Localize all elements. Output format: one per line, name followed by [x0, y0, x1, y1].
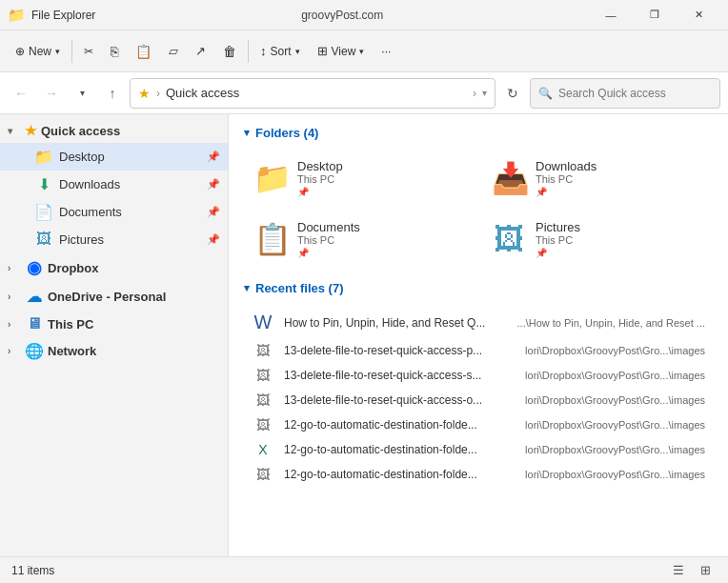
- folder-pictures-info: Pictures This PC 📌: [536, 220, 580, 258]
- file-path-6: lori\Dropbox\GroovyPost\Gro...\images: [515, 469, 705, 480]
- view-chevron-icon: ▾: [359, 47, 364, 56]
- new-label: New: [29, 45, 51, 58]
- sidebar-item-pictures[interactable]: 🖼 Pictures 📌: [0, 226, 228, 252]
- file-item-0[interactable]: W How to Pin, Unpin, Hide, and Reset Q..…: [244, 307, 713, 338]
- folder-pictures-name: Pictures: [536, 220, 580, 234]
- paste-button[interactable]: 📋: [128, 36, 159, 67]
- sidebar-item-documents[interactable]: 📄 Documents 📌: [0, 198, 228, 226]
- file-path-3: lori\Dropbox\GroovyPost\Gro...\images: [515, 394, 705, 406]
- documents-pin-icon: 📌: [207, 206, 220, 218]
- file-name-4: 12-go-to-automatic-destination-folde...: [284, 418, 505, 432]
- file-item-5[interactable]: X 12-go-to-automatic-destination-folde..…: [244, 437, 713, 462]
- recent-section-header[interactable]: ▾ Recent files (7): [244, 281, 713, 295]
- folder-desktop-sub: This PC: [297, 173, 343, 185]
- maximize-button[interactable]: ❐: [633, 0, 677, 30]
- file-name-5: 12-go-to-automatic-destination-folde...: [284, 443, 505, 456]
- delete-button[interactable]: 🗑: [215, 36, 244, 67]
- grid-view-button[interactable]: ⊞: [694, 560, 717, 581]
- file-name-0: How to Pin, Unpin, Hide, and Reset Q...: [284, 316, 505, 330]
- search-input[interactable]: [558, 87, 712, 100]
- file-name-3: 13-delete-file-to-reset-quick-access-o..…: [284, 393, 505, 407]
- network-expand-icon: ›: [8, 346, 21, 356]
- sidebar-pictures-label: Pictures: [59, 232, 104, 247]
- folder-pictures-icon: 🖼: [492, 222, 526, 257]
- files-list: W How to Pin, Unpin, Hide, and Reset Q..…: [244, 307, 713, 487]
- address-chevron-icon: ▾: [482, 88, 487, 98]
- sidebar-item-onedrive[interactable]: › ☁ OneDrive - Personal: [0, 283, 228, 311]
- sort-button[interactable]: ↕ Sort ▾: [253, 36, 308, 67]
- sidebar-dropbox-label: Dropbox: [48, 261, 98, 275]
- recent-icon: ▾: [80, 88, 85, 98]
- recent-expand-icon: ▾: [244, 282, 250, 294]
- file-item-4[interactable]: 🖼 12-go-to-automatic-destination-folde..…: [244, 412, 713, 437]
- grid-view-icon: ⊞: [700, 563, 711, 577]
- file-item-1[interactable]: 🖼 13-delete-file-to-reset-quick-access-p…: [244, 338, 713, 363]
- address-path: Quick access: [166, 86, 467, 100]
- folder-item-documents[interactable]: 📋 Documents This PC 📌: [244, 212, 475, 266]
- view-button[interactable]: ⊞ View ▾: [310, 36, 373, 67]
- file-item-2[interactable]: 🖼 13-delete-file-to-reset-quick-access-s…: [244, 363, 713, 388]
- sidebar-group-quick-access[interactable]: ▾ ★ Quick access: [0, 118, 228, 143]
- rename-icon: ▱: [169, 44, 178, 58]
- folder-item-desktop[interactable]: 📁 Desktop This PC 📌: [244, 151, 475, 205]
- file-item-3[interactable]: 🖼 13-delete-file-to-reset-quick-access-o…: [244, 388, 713, 412]
- app-name: File Explorer: [31, 9, 95, 22]
- search-box[interactable]: 🔍: [530, 78, 720, 109]
- forward-icon: →: [45, 86, 58, 101]
- folder-downloads-sub: This PC: [536, 173, 597, 185]
- back-button[interactable]: ←: [8, 80, 34, 107]
- folder-downloads-name: Downloads: [536, 159, 597, 173]
- file-name-2: 13-delete-file-to-reset-quick-access-s..…: [284, 369, 505, 382]
- downloads-pin-icon: 📌: [207, 178, 220, 191]
- up-button[interactable]: ↑: [99, 80, 126, 107]
- folder-documents-icon: 📋: [253, 221, 288, 257]
- toolbar: ⊕ New ▾ ✂ ⎘ 📋 ▱ ↗ 🗑 ↕ Sort ▾ ⊞ View ▾ ··…: [0, 30, 728, 72]
- minimize-button[interactable]: —: [589, 0, 633, 30]
- file-image-icon-2: 🖼: [252, 368, 274, 383]
- thispc-expand-icon: ›: [8, 319, 21, 330]
- refresh-button[interactable]: ↻: [499, 80, 526, 107]
- file-path-5: lori\Dropbox\GroovyPost\Gro...\images: [515, 444, 705, 455]
- sidebar-item-network[interactable]: › 🌐 Network: [0, 337, 228, 365]
- list-view-icon: ☰: [673, 563, 684, 577]
- sidebar-item-desktop[interactable]: 📁 Desktop 📌: [0, 143, 228, 171]
- list-view-button[interactable]: ☰: [667, 560, 690, 581]
- sidebar-item-thispc[interactable]: › 🖥 This PC: [0, 311, 228, 337]
- share-button[interactable]: ↗: [188, 36, 213, 67]
- rename-button[interactable]: ▱: [161, 36, 186, 67]
- file-name-1: 13-delete-file-to-reset-quick-access-p..…: [284, 344, 505, 357]
- close-button[interactable]: ✕: [677, 0, 720, 30]
- copy-button[interactable]: ⎘: [103, 36, 126, 67]
- forward-button[interactable]: →: [38, 80, 65, 107]
- recent-locations-button[interactable]: ▾: [69, 80, 95, 107]
- more-icon: ···: [381, 45, 391, 58]
- file-image-icon-3: 🖼: [252, 392, 274, 408]
- statusbar: 11 items ☰ ⊞: [0, 556, 728, 583]
- sidebar-item-dropbox[interactable]: › ◉ Dropbox: [0, 252, 228, 283]
- folder-desktop-pin-icon: 📌: [297, 187, 343, 197]
- sidebar-desktop-label: Desktop: [59, 150, 105, 164]
- cut-button[interactable]: ✂: [76, 36, 101, 67]
- address-box[interactable]: ★ › Quick access › ▾: [130, 78, 495, 109]
- sidebar: ▾ ★ Quick access 📁 Desktop 📌 ⬇ Downloads…: [0, 114, 229, 556]
- up-icon: ↑: [110, 86, 116, 101]
- paste-icon: 📋: [135, 44, 152, 59]
- window-controls: — ❐ ✕: [589, 0, 720, 30]
- star-icon: ★: [138, 86, 151, 101]
- new-button[interactable]: ⊕ New ▾: [8, 36, 68, 67]
- sidebar-item-downloads[interactable]: ⬇ Downloads 📌: [0, 171, 228, 198]
- folders-section-header[interactable]: ▾ Folders (4): [244, 126, 713, 140]
- share-icon: ↗: [195, 44, 206, 58]
- recent-section-label: Recent files (7): [255, 281, 343, 295]
- folder-documents-pin-icon: 📌: [297, 248, 360, 258]
- view-label: View: [332, 45, 356, 58]
- folder-item-pictures[interactable]: 🖼 Pictures This PC 📌: [482, 212, 713, 266]
- more-button[interactable]: ···: [374, 36, 398, 67]
- folder-item-downloads[interactable]: 📥 Downloads This PC 📌: [482, 151, 713, 205]
- thispc-icon: 🖥: [25, 315, 44, 332]
- file-item-6[interactable]: 🖼 12-go-to-automatic-destination-folde..…: [244, 462, 713, 487]
- path-separator: ›: [156, 87, 160, 100]
- file-path-1: lori\Dropbox\GroovyPost\Gro...\images: [515, 345, 705, 356]
- folder-downloads-pin-icon: 📌: [536, 187, 597, 197]
- folder-desktop-name: Desktop: [297, 159, 343, 173]
